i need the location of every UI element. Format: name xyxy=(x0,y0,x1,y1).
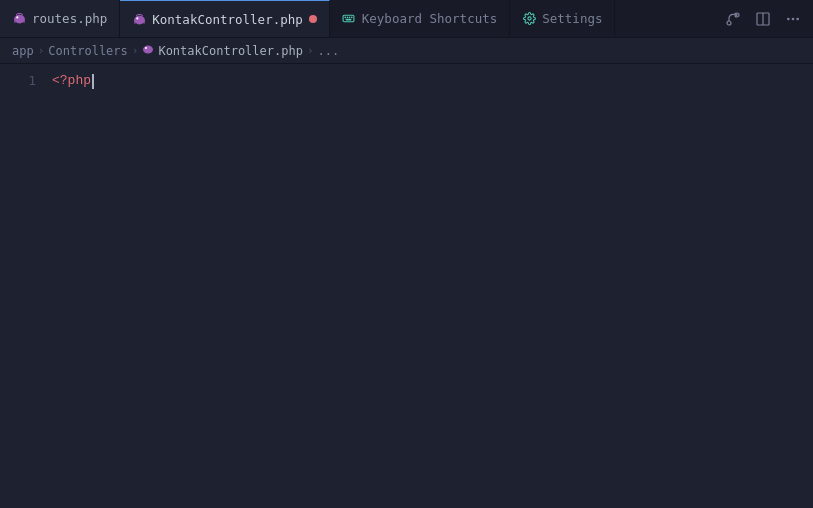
breadcrumb-file[interactable]: KontakController.php xyxy=(142,43,303,58)
svg-point-2 xyxy=(134,15,145,24)
svg-point-1 xyxy=(16,16,18,18)
modified-dot xyxy=(309,15,317,23)
php-tag: <?php xyxy=(52,70,91,92)
svg-point-19 xyxy=(145,47,147,49)
breadcrumb-app[interactable]: app xyxy=(12,44,34,58)
editor-area[interactable]: 1 <?php xyxy=(0,64,813,508)
svg-point-11 xyxy=(727,21,731,25)
tab-settings[interactable]: Settings xyxy=(510,0,615,37)
svg-point-16 xyxy=(792,17,795,20)
svg-point-10 xyxy=(528,17,531,20)
tab-keyboard-label: Keyboard Shortcuts xyxy=(362,11,497,26)
svg-point-0 xyxy=(14,15,25,24)
tab-keyboard[interactable]: Keyboard Shortcuts xyxy=(330,0,510,37)
tab-kontak[interactable]: KontakController.php xyxy=(120,0,330,37)
breadcrumb-file-label: KontakController.php xyxy=(158,44,303,58)
php-elephant-icon xyxy=(12,12,26,26)
code-line-1: <?php xyxy=(52,70,813,92)
breadcrumb-more-label: ... xyxy=(318,44,340,58)
svg-point-17 xyxy=(796,17,799,20)
breadcrumb: app › Controllers › KontakController.php… xyxy=(0,38,813,64)
php-elephant-icon-2 xyxy=(132,12,146,26)
line-number-1: 1 xyxy=(0,70,36,92)
tab-bar: routes.php KontakController.php xyxy=(0,0,813,38)
svg-point-3 xyxy=(136,17,138,19)
tab-settings-label: Settings xyxy=(542,11,602,26)
text-cursor xyxy=(92,74,94,89)
code-area[interactable]: <?php xyxy=(48,64,813,508)
breadcrumb-controllers[interactable]: Controllers xyxy=(48,44,127,58)
tab-spacer xyxy=(615,0,721,37)
tab-bar-actions xyxy=(721,7,813,31)
breadcrumb-elephant-icon xyxy=(142,43,154,58)
source-control-button[interactable] xyxy=(721,7,745,31)
tab-routes-label: routes.php xyxy=(32,11,107,26)
breadcrumb-sep-1: › xyxy=(38,44,45,57)
breadcrumb-sep-3: › xyxy=(307,44,314,57)
tab-kontak-label: KontakController.php xyxy=(152,12,303,27)
more-actions-button[interactable] xyxy=(781,7,805,31)
split-editor-button[interactable] xyxy=(751,7,775,31)
breadcrumb-more[interactable]: ... xyxy=(318,44,340,58)
line-numbers: 1 xyxy=(0,64,48,508)
svg-rect-4 xyxy=(343,15,354,22)
tab-routes[interactable]: routes.php xyxy=(0,0,120,37)
svg-point-15 xyxy=(787,17,790,20)
breadcrumb-sep-2: › xyxy=(132,44,139,57)
breadcrumb-app-label: app xyxy=(12,44,34,58)
svg-point-18 xyxy=(143,46,153,54)
breadcrumb-controllers-label: Controllers xyxy=(48,44,127,58)
settings-icon xyxy=(522,12,536,26)
keyboard-icon xyxy=(342,12,356,26)
